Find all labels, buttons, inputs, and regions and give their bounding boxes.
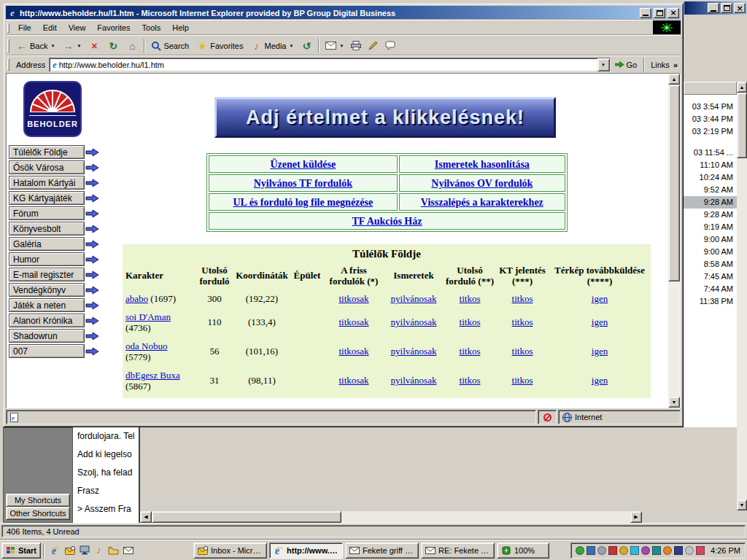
scrollbar-track[interactable] xyxy=(737,158,747,499)
sidebar-item-label[interactable]: Shadowrun xyxy=(9,329,85,343)
quicklink[interactable]: Ismeretek hasonlítása xyxy=(435,159,530,170)
sidebar-item[interactable]: Humor xyxy=(9,252,105,266)
sidebar-item[interactable]: E-mail regiszter xyxy=(9,268,105,281)
forward-button[interactable]: → ▼ xyxy=(58,37,85,55)
message-time[interactable]: 9:00 AM xyxy=(684,246,737,258)
kt-report-link[interactable]: titkos xyxy=(512,375,533,386)
sidebar-item[interactable]: Shadowrun xyxy=(9,329,105,343)
sidebar-item[interactable]: Ősök Városa xyxy=(9,160,105,174)
outlook-vertical-scrollbar[interactable]: ▲ ▼ xyxy=(737,82,747,510)
scrollbar-thumb[interactable] xyxy=(152,511,341,523)
map-forward-link[interactable]: igen xyxy=(592,375,608,386)
message-time[interactable]: 11:10 AM xyxy=(684,159,737,171)
sidebar-item[interactable]: Hatalom Kártyái xyxy=(9,176,105,190)
tray-graphics-icon[interactable] xyxy=(641,546,650,555)
quicklink[interactable]: UL és forduló log file megnézése xyxy=(233,197,374,208)
menu-tools[interactable]: Tools xyxy=(136,21,167,34)
tray-printer-icon[interactable] xyxy=(685,546,694,555)
last-round-link[interactable]: titkos xyxy=(460,375,481,386)
scroll-down-icon[interactable]: ▼ xyxy=(668,397,680,408)
sidebar-item-label[interactable]: Humor xyxy=(9,252,85,266)
sidebar-item-label[interactable]: Hatalom Kártyái xyxy=(9,176,85,190)
tray-scheduler-icon[interactable] xyxy=(619,546,628,555)
tray-volume-icon[interactable] xyxy=(576,546,584,555)
message-time[interactable]: 9:19 AM xyxy=(684,221,737,233)
mail-dropdown-icon[interactable]: ▼ xyxy=(339,44,344,48)
sidebar-item-label[interactable]: Játék a neten xyxy=(9,298,85,312)
scrollbar-thumb[interactable] xyxy=(668,85,680,281)
edit-button[interactable] xyxy=(365,37,382,55)
shortcut-bar-button[interactable]: My Shortcuts xyxy=(6,494,70,507)
address-combo[interactable]: e ▼ xyxy=(49,58,610,72)
bg-minimize-button[interactable] xyxy=(708,3,719,13)
tray-update-icon[interactable] xyxy=(663,546,672,555)
sidebar-item[interactable]: Galéria xyxy=(9,237,105,251)
message-time[interactable]: 03 3:44 PM xyxy=(684,113,737,125)
message-time[interactable]: 9:28 AM xyxy=(684,196,737,209)
fresh-rounds-link[interactable]: titkosak xyxy=(338,316,368,327)
sidebar-item-label[interactable]: Fórum xyxy=(9,206,85,220)
sidebar-item[interactable]: Játék a neten xyxy=(9,298,105,312)
tray-display-icon[interactable] xyxy=(587,546,595,555)
search-button[interactable]: Search xyxy=(147,37,193,55)
kt-report-link[interactable]: titkos xyxy=(512,293,533,304)
knowledge-link[interactable]: nyilvánosak xyxy=(391,293,437,304)
quicklink[interactable]: Visszalépés a karakterekhez xyxy=(421,197,543,208)
taskbar-task[interactable]: ehttp://www.b... xyxy=(269,542,343,559)
scroll-left-icon[interactable]: ◀ xyxy=(140,511,152,523)
toolbar-grip[interactable] xyxy=(7,39,9,52)
quicklink[interactable]: Nyilvános TF fordulók xyxy=(254,178,352,189)
media-button[interactable]: ♪ Media ▼ xyxy=(247,37,297,55)
sidebar-item[interactable]: Könyvesbolt xyxy=(9,222,105,236)
maximize-button[interactable] xyxy=(654,8,665,18)
sidebar-item-label[interactable]: Túlélők Földje xyxy=(9,145,85,159)
taskbar-task[interactable]: Inbox - Micros... xyxy=(193,542,267,559)
sidebar-item-label[interactable]: Ősök Városa xyxy=(9,160,85,174)
mail-button[interactable]: ▼ xyxy=(322,37,347,55)
sidebar-item-label[interactable]: Vendégkönyv xyxy=(9,283,85,297)
message-time[interactable]: 10:24 AM xyxy=(684,171,737,184)
discuss-button[interactable] xyxy=(382,37,399,55)
map-forward-link[interactable]: igen xyxy=(592,293,608,304)
sidebar-item-label[interactable]: E-mail regiszter xyxy=(9,268,85,281)
char-link[interactable]: dbEgesz Buxa xyxy=(125,370,180,381)
knowledge-link[interactable]: nyilvánosak xyxy=(391,346,437,357)
menubar-grip[interactable] xyxy=(7,23,9,33)
sidebar-item-label[interactable]: Alanori Krónika xyxy=(9,314,85,327)
fresh-rounds-link[interactable]: titkosak xyxy=(338,346,368,357)
page-scrollbar[interactable]: ▲ ▼ xyxy=(668,74,680,408)
bg-maximize-button[interactable] xyxy=(721,3,732,13)
background-window-titlebar[interactable]: × xyxy=(684,1,747,15)
tray-antivirus-icon[interactable] xyxy=(608,546,617,555)
scroll-down-icon[interactable]: ▼ xyxy=(737,499,747,510)
char-link[interactable]: oda Nobuo xyxy=(125,341,167,351)
back-button[interactable]: ← Back ▼ xyxy=(12,37,58,55)
message-time[interactable]: 7:44 AM xyxy=(684,283,737,295)
links-chevron-icon[interactable]: » xyxy=(673,61,681,69)
sidebar-item-label[interactable]: KG Kártyajáték xyxy=(9,191,85,205)
launch-ie-icon[interactable]: e xyxy=(49,544,61,556)
taskbar-task[interactable]: Fekete griff - ... xyxy=(345,542,419,559)
forward-dropdown-icon[interactable]: ▼ xyxy=(77,44,81,48)
kt-report-link[interactable]: titkos xyxy=(512,346,533,357)
sidebar-item[interactable]: Alanori Krónika xyxy=(9,314,105,327)
message-time[interactable]: 11:38 PM xyxy=(684,295,737,308)
scroll-up-icon[interactable]: ▲ xyxy=(668,74,680,85)
print-button[interactable] xyxy=(347,37,365,55)
launch-media-icon[interactable] xyxy=(93,544,105,556)
taskbar-task[interactable]: RE: Fekete grif... xyxy=(421,542,495,559)
launch-show-desktop-icon[interactable] xyxy=(78,544,90,556)
scrollbar-track[interactable] xyxy=(341,511,630,523)
char-link[interactable]: ababo xyxy=(125,293,148,304)
menu-help[interactable]: Help xyxy=(166,21,195,34)
bg-close-button[interactable]: × xyxy=(734,3,746,13)
map-forward-link[interactable]: igen xyxy=(592,346,608,357)
menu-edit[interactable]: Edit xyxy=(37,21,63,34)
shortcut-bar-button[interactable]: Other Shortcuts xyxy=(6,507,70,520)
message-list-column-header[interactable] xyxy=(684,82,737,95)
menu-file[interactable]: File xyxy=(12,21,37,34)
ie-titlebar[interactable]: e http://www.beholder.hu/l1.htm - Micros… xyxy=(6,6,681,20)
home-button[interactable]: ⌂ xyxy=(123,37,142,55)
beholder-logo[interactable]: BEHOLDER xyxy=(23,81,82,137)
refresh-button[interactable]: ↻ xyxy=(104,37,123,55)
